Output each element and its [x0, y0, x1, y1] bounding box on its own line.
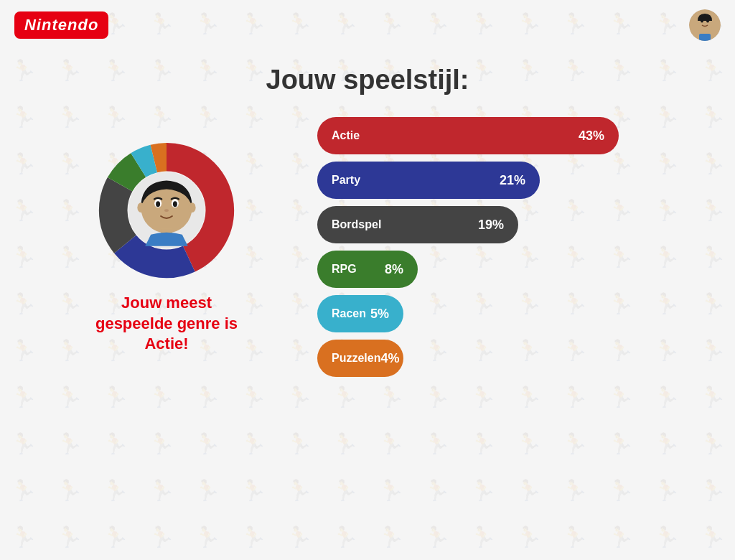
svg-rect-5 [699, 34, 711, 41]
bar-percent-actie: 43% [579, 129, 604, 144]
donut-label: Jouw meest gespeelde genre is Actie! [95, 293, 238, 355]
bar-item-rpg: RPG8% [317, 251, 418, 288]
bar-label-party: Party [332, 174, 500, 187]
bar-item-racen: Racen5% [317, 295, 403, 332]
bar-percent-bordspel: 19% [478, 218, 504, 233]
bar-label-rpg: RPG [332, 263, 385, 276]
bar-item-actie: Actie43% [317, 117, 619, 154]
bar-label-puzzelen: Puzzelen [332, 352, 380, 365]
bar-label-bordspel: Bordspel [332, 218, 478, 231]
svg-point-4 [706, 19, 709, 23]
bar-percent-rpg: 8% [385, 262, 403, 277]
mii-pupil-right [173, 201, 177, 207]
header: Nintendo [0, 0, 735, 50]
mii-shirt [145, 233, 187, 246]
nintendo-logo: Nintendo [14, 11, 108, 39]
user-avatar[interactable] [689, 9, 721, 41]
svg-point-3 [701, 19, 703, 23]
bar-percent-racen: 5% [370, 307, 389, 322]
bar-label-actie: Actie [332, 129, 579, 142]
bar-item-party: Party21% [317, 162, 540, 199]
mii-ear-left [137, 202, 144, 213]
mii-pupil-left [156, 201, 160, 207]
bar-item-bordspel: Bordspel19% [317, 206, 518, 243]
bar-percent-puzzelen: 4% [380, 351, 399, 366]
donut-chart-svg [66, 139, 267, 281]
mii-ear-right [189, 202, 196, 213]
content-row: Jouw meest gespeelde genre is Actie! Act… [45, 117, 690, 377]
bar-item-puzzelen: Puzzelen4% [317, 340, 403, 377]
mii-nose [164, 209, 169, 212]
nintendo-logo-text: Nintendo [24, 16, 98, 34]
bar-chart: Actie43%Party21%Bordspel19%RPG8%Racen5%P… [317, 117, 676, 377]
bar-label-racen: Racen [332, 307, 370, 320]
page-title: Jouw speelstijl: [266, 65, 469, 95]
donut-label-line1: Jouw meest [121, 294, 212, 312]
main-content: Jouw speelstijl: [0, 50, 735, 560]
donut-label-line2: gespeelde genre is [95, 314, 238, 332]
bar-percent-party: 21% [500, 173, 525, 188]
donut-label-line3: Actie! [144, 335, 188, 353]
donut-chart-container: Jouw meest gespeelde genre is Actie! [59, 139, 274, 355]
avatar-icon [689, 9, 721, 41]
